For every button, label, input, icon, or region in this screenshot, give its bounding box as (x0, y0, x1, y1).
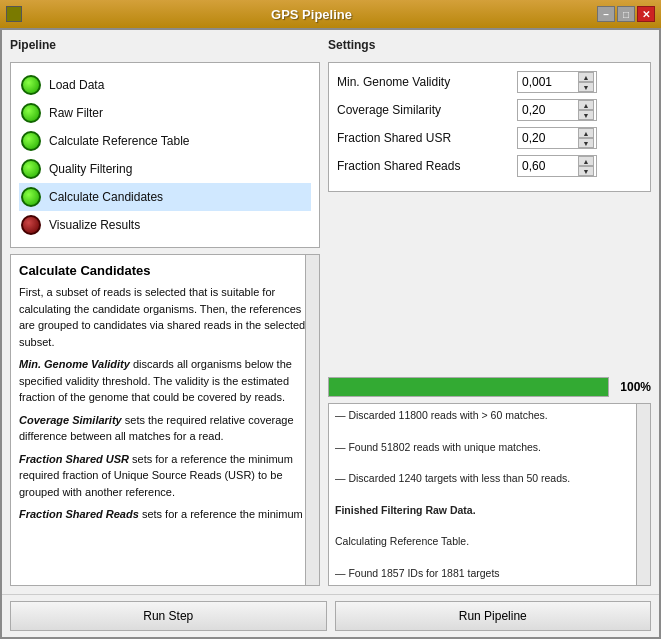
log-line-2: — Discarded 1240 targets with less than … (335, 471, 644, 487)
pipeline-item-label-quality-filtering: Quality Filtering (49, 162, 132, 176)
status-dot-quality-filtering (21, 159, 41, 179)
desc-para-4: Fraction Shared Reads sets for a referen… (19, 506, 311, 523)
settings-label-min-genome-validity: Min. Genome Validity (337, 75, 517, 89)
spinner-down-fraction-shared-reads[interactable]: ▼ (578, 166, 594, 176)
spinner-down-min-genome-validity[interactable]: ▼ (578, 82, 594, 92)
desc-title: Calculate Candidates (19, 263, 311, 278)
spinner-coverage-similarity: ▲▼ (578, 100, 594, 120)
progress-bar-fill (329, 378, 608, 396)
pipeline-item-label-visualize-results: Visualize Results (49, 218, 140, 232)
spinner-up-fraction-shared-usr[interactable]: ▲ (578, 128, 594, 138)
settings-box: Min. Genome Validity▲▼Coverage Similarit… (328, 62, 651, 192)
left-panel: Pipeline Load DataRaw FilterCalculate Re… (10, 38, 320, 586)
progress-label: 100% (615, 380, 651, 394)
title-bar-controls: – □ ✕ (597, 6, 655, 22)
pipeline-item-visualize-results[interactable]: Visualize Results (19, 211, 311, 239)
window-icon (6, 6, 22, 22)
progress-row: 100% (328, 377, 651, 397)
run-pipeline-button[interactable]: Run Pipeline (335, 601, 652, 631)
settings-row-coverage-similarity: Coverage Similarity▲▼ (337, 99, 642, 121)
pipeline-box: Load DataRaw FilterCalculate Reference T… (10, 62, 320, 248)
close-button[interactable]: ✕ (637, 6, 655, 22)
status-dot-calc-ref-table (21, 131, 41, 151)
settings-input-fraction-shared-reads[interactable] (518, 157, 578, 175)
spinner-down-coverage-similarity[interactable]: ▼ (578, 110, 594, 120)
status-dot-raw-filter (21, 103, 41, 123)
pipeline-item-label-calc-ref-table: Calculate Reference Table (49, 134, 190, 148)
settings-input-fraction-shared-usr[interactable] (518, 129, 578, 147)
desc-para-3: Fraction Shared USR sets for a reference… (19, 451, 311, 501)
settings-input-coverage-similarity[interactable] (518, 101, 578, 119)
settings-label-coverage-similarity: Coverage Similarity (337, 103, 517, 117)
settings-input-min-genome-validity[interactable] (518, 73, 578, 91)
right-panel: Settings Min. Genome Validity▲▼Coverage … (328, 38, 651, 586)
log-box[interactable]: — Discarded 11800 reads with > 60 matche… (328, 403, 651, 586)
log-line-0: — Discarded 11800 reads with > 60 matche… (335, 408, 644, 424)
pipeline-item-label-raw-filter: Raw Filter (49, 106, 103, 120)
spinner-up-min-genome-validity[interactable]: ▲ (578, 72, 594, 82)
minimize-button[interactable]: – (597, 6, 615, 22)
settings-input-wrap-fraction-shared-usr: ▲▼ (517, 127, 597, 149)
main-window: Pipeline Load DataRaw FilterCalculate Re… (0, 28, 661, 639)
title-bar: GPS Pipeline – □ ✕ (0, 0, 661, 28)
spinner-fraction-shared-usr: ▲▼ (578, 128, 594, 148)
pipeline-section-label: Pipeline (10, 38, 320, 52)
spinner-up-coverage-similarity[interactable]: ▲ (578, 100, 594, 110)
progress-bar (328, 377, 609, 397)
spinner-fraction-shared-reads: ▲▼ (578, 156, 594, 176)
settings-label-fraction-shared-usr: Fraction Shared USR (337, 131, 517, 145)
settings-section-label: Settings (328, 38, 651, 52)
log-line-4: Calculating Reference Table. (335, 534, 644, 550)
pipeline-item-calc-ref-table[interactable]: Calculate Reference Table (19, 127, 311, 155)
status-dot-load-data (21, 75, 41, 95)
desc-scrollbar[interactable] (305, 255, 319, 585)
settings-label-fraction-shared-reads: Fraction Shared Reads (337, 159, 517, 173)
settings-input-wrap-min-genome-validity: ▲▼ (517, 71, 597, 93)
window-title: GPS Pipeline (26, 7, 597, 22)
description-box: Calculate Candidates First, a subset of … (10, 254, 320, 586)
log-line-1: — Found 51802 reads with unique matches. (335, 440, 644, 456)
pipeline-item-raw-filter[interactable]: Raw Filter (19, 99, 311, 127)
settings-input-wrap-coverage-similarity: ▲▼ (517, 99, 597, 121)
settings-row-fraction-shared-reads: Fraction Shared Reads▲▼ (337, 155, 642, 177)
maximize-button[interactable]: □ (617, 6, 635, 22)
spinner-down-fraction-shared-usr[interactable]: ▼ (578, 138, 594, 148)
spinner-up-fraction-shared-reads[interactable]: ▲ (578, 156, 594, 166)
spinner-min-genome-validity: ▲▼ (578, 72, 594, 92)
status-dot-calc-candidates (21, 187, 41, 207)
desc-para-2: Coverage Similarity sets the required re… (19, 412, 311, 445)
settings-row-fraction-shared-usr: Fraction Shared USR▲▼ (337, 127, 642, 149)
desc-para-1: Min. Genome Validity discards all organi… (19, 356, 311, 406)
desc-para-0: First, a subset of reads is selected tha… (19, 284, 311, 350)
status-dot-visualize-results (21, 215, 41, 235)
log-line-3: Finished Filtering Raw Data. (335, 503, 644, 519)
pipeline-item-load-data[interactable]: Load Data (19, 71, 311, 99)
bottom-bar: Run Step Run Pipeline (2, 594, 659, 637)
run-step-button[interactable]: Run Step (10, 601, 327, 631)
settings-input-wrap-fraction-shared-reads: ▲▼ (517, 155, 597, 177)
log-line-5: — Found 1857 IDs for 1881 targets (335, 566, 644, 582)
content-area: Pipeline Load DataRaw FilterCalculate Re… (2, 30, 659, 594)
pipeline-item-label-load-data: Load Data (49, 78, 104, 92)
pipeline-item-calc-candidates[interactable]: Calculate Candidates (19, 183, 311, 211)
pipeline-item-label-calc-candidates: Calculate Candidates (49, 190, 163, 204)
log-scrollbar[interactable] (636, 404, 650, 585)
pipeline-item-quality-filtering[interactable]: Quality Filtering (19, 155, 311, 183)
settings-row-min-genome-validity: Min. Genome Validity▲▼ (337, 71, 642, 93)
